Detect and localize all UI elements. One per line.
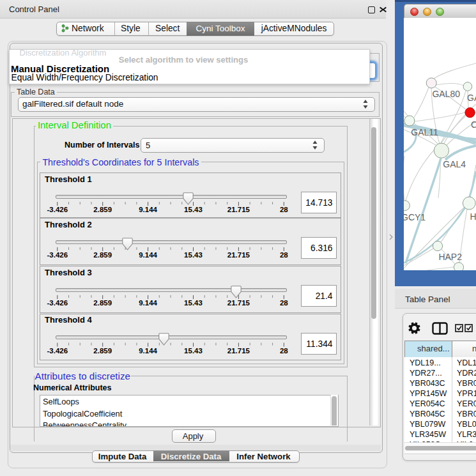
svg-text:H: H [470, 211, 476, 222]
svg-text:HAP2: HAP2 [438, 252, 462, 262]
svg-text:GAL4: GAL4 [443, 159, 466, 169]
svg-text:C: C [471, 119, 476, 130]
svg-text:GCY1: GCY1 [404, 212, 426, 222]
svg-text:GAL80: GAL80 [432, 89, 460, 99]
svg-text:GA: GA [467, 93, 476, 103]
svg-text:GAL11: GAL11 [411, 127, 438, 137]
